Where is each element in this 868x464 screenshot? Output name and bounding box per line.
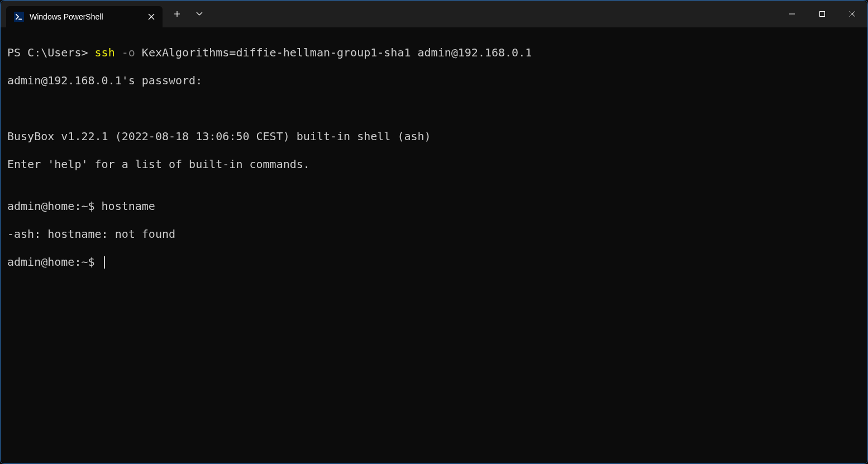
tab-close-button[interactable]: [146, 11, 157, 22]
terminal-output[interactable]: PS C:\Users> ssh -o KexAlgorithms=diffie…: [1, 27, 867, 288]
command-flag: -o: [115, 46, 135, 59]
powershell-icon: [14, 12, 24, 22]
tab-powershell[interactable]: Windows PowerShell: [6, 6, 163, 27]
titlebar: Windows PowerShell: [1, 1, 867, 27]
terminal-line: -ash: hostname: not found: [7, 227, 861, 241]
terminal-line: admin@192.168.0.1's password:: [7, 74, 861, 88]
prompt: admin@home:~$: [7, 255, 102, 269]
prompt: PS C:\Users>: [7, 46, 95, 59]
tab-dropdown-button[interactable]: [189, 5, 209, 23]
window-controls: [777, 3, 867, 25]
close-button[interactable]: [837, 3, 867, 25]
svg-rect-6: [820, 12, 825, 17]
tab-actions: [167, 5, 209, 23]
command-name: ssh: [95, 46, 115, 59]
minimize-button[interactable]: [777, 3, 807, 25]
cursor: [104, 256, 105, 269]
new-tab-button[interactable]: [167, 5, 187, 23]
terminal-line: admin@home:~$ hostname: [7, 199, 861, 213]
command-args: KexAlgorithms=diffie-hellman-group1-sha1…: [135, 46, 532, 59]
maximize-button[interactable]: [807, 3, 837, 25]
terminal-line: BusyBox v1.22.1 (2022-08-18 13:06:50 CES…: [7, 130, 861, 143]
terminal-line: Enter 'help' for a list of built-in comm…: [7, 157, 861, 171]
terminal-line: admin@home:~$: [7, 255, 861, 269]
terminal-line: PS C:\Users> ssh -o KexAlgorithms=diffie…: [7, 46, 861, 60]
tab-title: Windows PowerShell: [30, 12, 140, 21]
